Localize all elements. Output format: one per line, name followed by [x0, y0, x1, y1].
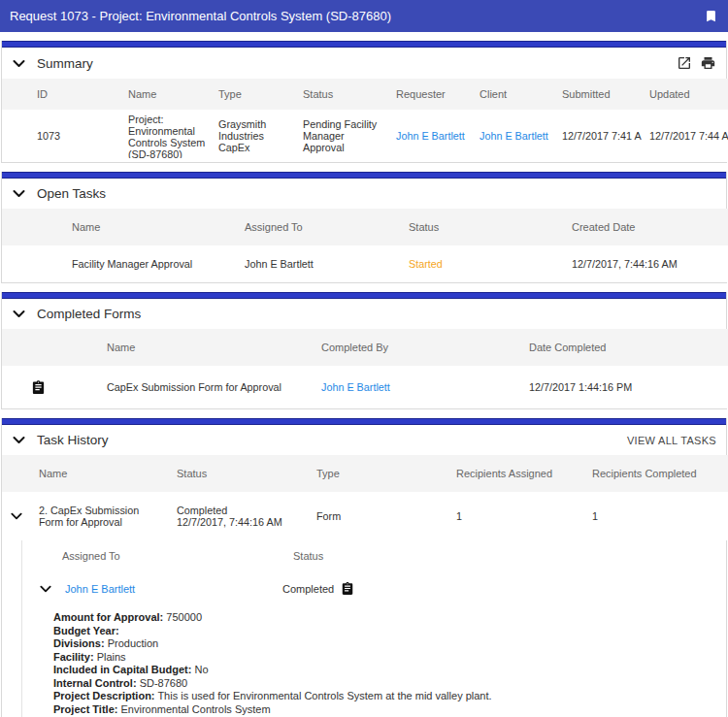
open-tasks-col-status: Status — [401, 209, 564, 245]
detail-project-title: Project Title: Environmental Controls Sy… — [53, 703, 718, 717]
completed-forms-col-icon — [2, 329, 99, 366]
task-history-header-row: Name Status Type Recipients Assigned Rec… — [2, 455, 728, 492]
detail-internal-control: Internal Control: SD-87680 — [53, 677, 718, 691]
task-name-cell: 2. CapEx Submission Form for Approval — [31, 492, 169, 540]
form-icon-cell — [2, 366, 99, 408]
summary-title: Summary — [37, 56, 93, 71]
completed-form-date-cell: 12/7/2017 1:44:16 PM — [521, 366, 728, 408]
task-history-col-type: Type — [309, 455, 448, 492]
completed-forms-col-name: Name — [99, 329, 314, 366]
task-recipients-assigned-cell: 1 — [448, 492, 584, 540]
summary-col-name: Name — [120, 79, 211, 110]
summary-collapse-chevron-icon[interactable] — [12, 56, 26, 71]
detail-budget-year: Budget Year: — [53, 625, 718, 638]
status-started-badge: Started — [409, 258, 443, 270]
client-link[interactable]: John E Bartlett — [480, 130, 548, 142]
summary-col-updated: Updated — [642, 79, 728, 110]
summary-name-cell: Project: Environmental Controls System (… — [120, 110, 211, 162]
bookmark-icon[interactable] — [704, 7, 718, 25]
task-history-col-expand — [2, 455, 31, 492]
open-tasks-col-name: Name — [2, 209, 237, 245]
task-history-col-recipients-completed: Recipients Completed — [584, 455, 728, 492]
summary-data-row: 1073 Project: Environmental Controls Sys… — [2, 110, 728, 162]
form-clipboard-icon[interactable] — [31, 378, 95, 396]
summary-col-status: Status — [295, 79, 388, 110]
detail-project-description: Project Description: This is used for En… — [53, 690, 718, 703]
detail-divisions: Divisions: Production — [53, 637, 718, 651]
app-header-bar: Request 1073 - Project: Environmental Co… — [0, 0, 728, 32]
summary-table: ID Name Type Status Requester Client Sub… — [2, 79, 728, 162]
summary-col-type: Type — [211, 79, 295, 110]
summary-status-cell: Pending Facility Manager Approval — [295, 110, 388, 162]
task-history-col-name: Name — [31, 455, 169, 492]
completed-forms-col-by: Completed By — [314, 329, 521, 366]
summary-col-submitted: Submitted — [554, 79, 642, 110]
requester-link[interactable]: John E Bartlett — [396, 130, 465, 142]
task-row-chevron-icon[interactable] — [10, 509, 27, 523]
recipient-name: John E Bartlett — [65, 583, 282, 595]
completed-forms-collapse-chevron-icon[interactable] — [12, 307, 26, 321]
completed-form-by-cell: John E Bartlett — [314, 366, 521, 408]
summary-type-cell: Graysmith Industries CapEx — [211, 110, 295, 162]
open-tasks-data-row: Facility Manager Approval John E Bartlet… — [2, 245, 728, 282]
open-tasks-col-created: Created Date — [564, 209, 728, 245]
task-history-collapse-chevron-icon[interactable] — [12, 433, 26, 447]
summary-col-client: Client — [472, 79, 554, 110]
open-tasks-title: Open Tasks — [37, 186, 106, 201]
task-expand-cell — [2, 492, 31, 540]
detail-amount-for-approval: Amount for Approval: 750000 — [53, 611, 718, 625]
open-task-name-cell: Facility Manager Approval — [2, 245, 237, 282]
recipient-form-clipboard-icon[interactable] — [341, 580, 354, 597]
recipient-col-status: Status — [293, 550, 323, 562]
task-history-section: Task History VIEW ALL TASKS Name Status … — [1, 418, 727, 717]
open-in-new-icon[interactable] — [677, 55, 692, 71]
task-type-cell: Form — [309, 492, 448, 540]
completed-forms-title: Completed Forms — [37, 307, 141, 321]
open-tasks-header-row: Name Assigned To Status Created Date — [2, 209, 728, 245]
open-task-created-cell: 12/7/2017, 7:44:16 AM — [564, 245, 728, 282]
task-status-cell: Completed 12/7/2017, 7:44:16 AM — [169, 492, 309, 540]
completed-form-name-cell: CapEx Submission Form for Approval — [99, 366, 314, 408]
task-status-date: 12/7/2017, 7:44:16 AM — [177, 516, 305, 528]
form-field-details: Amount for Approval: 750000 Budget Year:… — [22, 605, 726, 717]
recipient-name-link[interactable]: John E Bartlett — [65, 583, 135, 595]
recipient-status: Completed — [282, 583, 334, 595]
open-tasks-section-band — [2, 172, 726, 179]
completed-forms-col-date: Date Completed — [521, 329, 728, 366]
open-tasks-section: Open Tasks Name Assigned To Status Creat… — [1, 172, 727, 283]
summary-updated-cell: 12/7/2017 7:44 AM — [642, 110, 728, 162]
open-task-status-cell: Started — [401, 245, 564, 282]
completed-by-link[interactable]: John E Bartlett — [321, 381, 390, 393]
summary-section: Summary ID Name Type Status Requester Cl… — [1, 41, 727, 163]
view-all-tasks-button[interactable]: VIEW ALL TASKS — [627, 435, 716, 446]
task-history-col-status: Status — [169, 455, 309, 492]
summary-requester-cell: John E Bartlett — [388, 110, 472, 162]
open-tasks-col-assigned: Assigned To — [237, 209, 401, 245]
task-history-section-band — [2, 418, 726, 425]
task-history-table: Name Status Type Recipients Assigned Rec… — [2, 455, 728, 540]
detail-facility: Facility: Plains — [53, 651, 718, 665]
summary-section-band — [2, 41, 726, 48]
task-history-col-recipients-assigned: Recipients Assigned — [448, 455, 584, 492]
summary-col-requester: Requester — [388, 79, 472, 110]
task-recipient-row: John E Bartlett Completed — [22, 571, 726, 605]
completed-forms-data-row: CapEx Submission Form for Approval John … — [2, 366, 728, 408]
print-icon[interactable] — [700, 55, 716, 71]
completed-forms-table: Name Completed By Date Completed CapEx S… — [2, 329, 728, 408]
summary-client-cell: John E Bartlett — [472, 110, 554, 162]
request-title: Request 1073 - Project: Environmental Co… — [10, 9, 704, 23]
open-task-assigned-cell: John E Bartlett — [237, 245, 401, 282]
completed-forms-section: Completed Forms Name Completed By Date C… — [1, 292, 727, 409]
summary-id-cell: 1073 — [2, 110, 120, 162]
completed-forms-header-row: Name Completed By Date Completed — [2, 329, 728, 366]
task-history-title: Task History — [37, 433, 109, 447]
detail-included-in-capital-budget: Included in Capital Budget: No — [53, 664, 718, 677]
task-recipients-completed-cell: 1 — [584, 492, 728, 540]
recipient-col-assigned: Assigned To — [62, 550, 293, 562]
task-history-expanded-detail: Assigned To Status John E Bartlett Compl… — [21, 540, 726, 717]
completed-forms-section-band — [2, 292, 726, 299]
summary-col-id: ID — [2, 79, 120, 110]
open-tasks-collapse-chevron-icon[interactable] — [12, 186, 26, 201]
task-history-data-row: 2. CapEx Submission Form for Approval Co… — [2, 492, 728, 540]
recipient-row-chevron-icon[interactable] — [39, 582, 52, 596]
